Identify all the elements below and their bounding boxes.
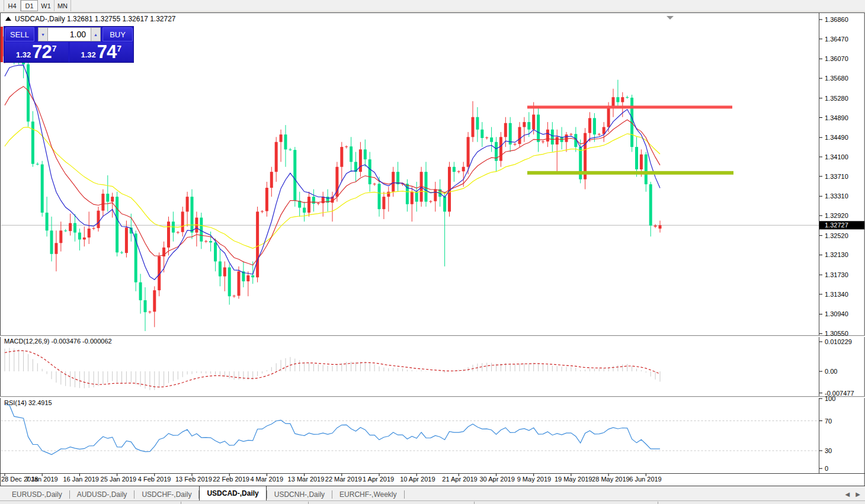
svg-text:1.34100: 1.34100: [825, 153, 848, 160]
svg-text:22 Feb 2019: 22 Feb 2019: [213, 476, 249, 483]
svg-text:19 May 2019: 19 May 2019: [555, 476, 592, 483]
chart-canvas[interactable]: USDCAD-,Daily 1.32681 1.32755 1.32617 1.…: [0, 0, 865, 504]
sell-price-main: 72: [32, 43, 51, 61]
tab-separator: [404, 490, 405, 499]
buy-price-main: 74: [97, 43, 116, 61]
buy-button[interactable]: BUY: [102, 27, 133, 41]
candles-layer: [4, 30, 662, 331]
svg-text:1.33710: 1.33710: [825, 173, 848, 180]
svg-text:1.32727: 1.32727: [825, 221, 848, 229]
support-line[interactable]: [527, 171, 733, 175]
timeframe-button-w1[interactable]: W1: [38, 0, 55, 11]
svg-text:22 Mar 2019: 22 Mar 2019: [325, 476, 362, 483]
tab-scroll-controls: ◀▶: [845, 488, 865, 501]
chart-tab-bar: EURUSD-,DailyAUDUSD-,DailyUSDCHF-,DailyU…: [0, 486, 865, 501]
volume-decrease-button[interactable]: ▼: [38, 27, 48, 41]
chart-tab-eurusd[interactable]: EURUSD-,Daily: [5, 488, 69, 501]
svg-text:1.35680: 1.35680: [825, 75, 848, 82]
svg-text:0.00: 0.00: [825, 368, 837, 375]
svg-text:0: 0: [825, 465, 828, 472]
rsi-axis[interactable]: 10070300: [819, 395, 835, 472]
status-divider: [658, 502, 658, 504]
svg-text:9 May 2019: 9 May 2019: [517, 476, 551, 483]
svg-text:30: 30: [825, 447, 832, 454]
svg-text:1.32520: 1.32520: [825, 232, 848, 239]
svg-text:100: 100: [825, 395, 835, 402]
svg-text:USDCAD-,Daily 1.32681 1.32755: USDCAD-,Daily 1.32681 1.32755 1.32617 1.…: [15, 15, 176, 23]
chart-tab-eurchf[interactable]: EURCHF-,Weekly: [332, 488, 403, 501]
one-click-trade-panel: SELL ▼ ▲ BUY 1.32 72 7 1.32 74 7: [4, 26, 134, 63]
status-strip: [0, 500, 865, 504]
status-divider: [308, 502, 309, 504]
svg-text:21 Apr 2019: 21 Apr 2019: [442, 476, 477, 483]
svg-text:1.32130: 1.32130: [825, 251, 848, 258]
timeframe-button-h4[interactable]: H4: [4, 0, 21, 11]
buy-price-display[interactable]: 1.32 74 7: [70, 42, 133, 62]
chart-shift-marker-icon[interactable]: [667, 16, 674, 20]
volume-increase-button[interactable]: ▲: [91, 27, 101, 41]
chart-tab-usdcnh[interactable]: USDCNH-,Daily: [267, 488, 332, 501]
svg-text:70: 70: [825, 418, 832, 425]
sell-price-pip: 7: [52, 44, 57, 53]
chart-title: USDCAD-,Daily 1.32681 1.32755 1.32617 1.…: [5, 15, 176, 23]
chart-tab-usdcad[interactable]: USDCAD-,Daily: [199, 486, 266, 501]
buy-price-pip: 7: [117, 44, 121, 53]
macd-label: MACD(12,26,9) -0.003476 -0.000062: [4, 338, 112, 345]
price-axis[interactable]: 1.368601.364701.360701.356801.352801.348…: [819, 16, 864, 337]
timeframe-toolbar: H4D1W1MN: [0, 0, 865, 12]
tab-scroll-right-icon[interactable]: ▶: [856, 492, 860, 497]
svg-text:1.36070: 1.36070: [825, 55, 848, 62]
rsi-label: RSI(14) 32.4915: [4, 399, 52, 406]
chart-tab-usdchf[interactable]: USDCHF-,Daily: [134, 488, 198, 501]
collapse-triangle-icon[interactable]: [5, 17, 11, 21]
svg-text:1.30940: 1.30940: [825, 310, 848, 317]
svg-text:1.36860: 1.36860: [825, 16, 848, 23]
svg-text:1.32920: 1.32920: [825, 212, 848, 219]
svg-text:1.31730: 1.31730: [825, 271, 848, 278]
trade-panel-accent: [1, 27, 3, 62]
svg-text:1.34490: 1.34490: [825, 134, 848, 141]
svg-text:0.010229: 0.010229: [825, 338, 852, 345]
svg-text:13 Mar 2019: 13 Mar 2019: [288, 476, 325, 483]
status-divider: [474, 502, 475, 504]
svg-text:1.34890: 1.34890: [825, 114, 848, 121]
svg-text:13 Feb 2019: 13 Feb 2019: [175, 476, 212, 483]
sell-price-prefix: 1.32: [16, 49, 31, 61]
volume-input[interactable]: [48, 27, 91, 41]
svg-text:1 Apr 2019: 1 Apr 2019: [363, 476, 394, 483]
svg-text:1.36470: 1.36470: [825, 36, 848, 43]
svg-text:7 Jan 2019: 7 Jan 2019: [25, 476, 57, 483]
macd-pane[interactable]: [5, 348, 660, 390]
resistance-line[interactable]: [527, 105, 732, 108]
svg-text:1.33310: 1.33310: [825, 192, 848, 200]
status-divider: [181, 502, 181, 504]
svg-text:6 Jun 2019: 6 Jun 2019: [629, 476, 661, 483]
svg-text:10 Apr 2019: 10 Apr 2019: [400, 476, 435, 483]
svg-text:16 Jan 2019: 16 Jan 2019: [63, 476, 99, 483]
svg-text:1.31340: 1.31340: [825, 291, 848, 298]
macd-axis[interactable]: 0.0102290.00-0.007477: [819, 338, 854, 397]
date-axis[interactable]: 28 Dec 20187 Jan 201916 Jan 201925 Jan 2…: [1, 474, 662, 483]
svg-text:4 Feb 2019: 4 Feb 2019: [138, 476, 171, 483]
svg-text:30 Apr 2019: 30 Apr 2019: [480, 476, 515, 483]
svg-text:25 Jan 2019: 25 Jan 2019: [101, 476, 137, 483]
price-pane[interactable]: [1, 30, 819, 331]
svg-text:28 May 2019: 28 May 2019: [592, 476, 630, 483]
svg-text:4 Mar 2019: 4 Mar 2019: [250, 476, 283, 483]
svg-text:1.30550: 1.30550: [825, 330, 848, 337]
sell-price-display[interactable]: 1.32 72 7: [5, 42, 68, 62]
buy-price-prefix: 1.32: [81, 49, 95, 61]
terminal-window: H4D1W1MN USDCAD-,Daily 1.32681 1.32755 1…: [0, 0, 865, 504]
timeframe-button-d1[interactable]: D1: [21, 0, 38, 11]
tab-scroll-left-icon[interactable]: ◀: [845, 492, 850, 497]
sell-button[interactable]: SELL: [5, 27, 34, 41]
rsi-line: [5, 405, 660, 455]
svg-text:1.35280: 1.35280: [825, 95, 848, 102]
medium-ma-line: [5, 86, 660, 265]
rsi-pane[interactable]: [1, 405, 819, 455]
timeframe-button-mn[interactable]: MN: [55, 0, 71, 11]
chart-tab-audusd[interactable]: AUDUSD-,Daily: [70, 488, 134, 501]
